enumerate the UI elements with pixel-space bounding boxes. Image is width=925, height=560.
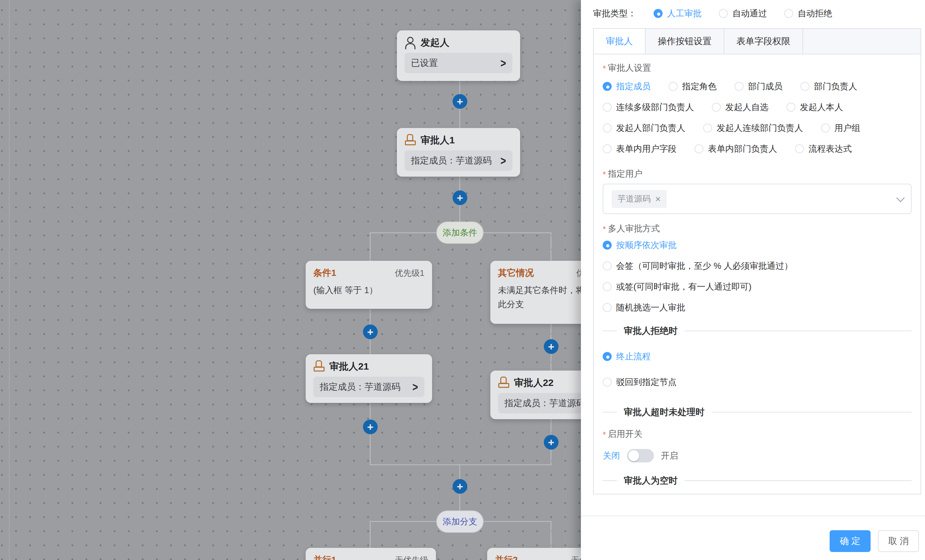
- radio-circle-icon: [735, 82, 744, 91]
- settings-tab[interactable]: 表单字段权限: [724, 29, 803, 54]
- radio-label: 表单内用户字段: [616, 143, 676, 155]
- radio-label: 人工审批: [667, 8, 702, 19]
- radio-circle-icon: [669, 82, 678, 91]
- connector-line: [370, 521, 371, 548]
- node-title: 条件1: [313, 267, 336, 279]
- stamp-icon: [498, 376, 509, 389]
- approver-setting-radio[interactable]: 表单内用户字段: [603, 143, 676, 155]
- radio-label: 表单内部门负责人: [708, 143, 777, 155]
- node-parallel1[interactable]: 并行1 无优先级: [306, 548, 436, 560]
- cancel-button[interactable]: 取 消: [878, 530, 919, 552]
- settings-tab[interactable]: 审批人: [594, 29, 646, 54]
- radio-circle-icon: [695, 145, 704, 153]
- radio-circle-icon: [703, 123, 712, 132]
- settings-tab[interactable]: 操作按钮设置: [646, 29, 724, 54]
- approver-setting-radio[interactable]: 指定角色: [669, 81, 717, 92]
- canvas-edge-line: [9, 0, 10, 560]
- radio-circle-icon: [784, 9, 793, 18]
- add-node-button[interactable]: +: [544, 339, 559, 354]
- radio-circle-icon: [603, 145, 612, 153]
- tag-label: 芋道源码: [618, 193, 651, 205]
- radio-label: 用户组: [835, 122, 860, 134]
- timeout-toggle[interactable]: [627, 449, 654, 462]
- approver-setting-radio[interactable]: 发起人自选: [712, 101, 768, 113]
- confirm-button[interactable]: 确 定: [830, 530, 871, 552]
- priority-label: 无优先级: [395, 555, 428, 560]
- add-node-button[interactable]: +: [363, 420, 378, 434]
- enable-switch-label: * 启用开关: [603, 428, 911, 440]
- node-summary[interactable]: 指定成员：芋道源码 >: [313, 376, 425, 397]
- node-title: 发起人: [420, 36, 449, 49]
- reject-option-radio[interactable]: 驳回到指定节点: [603, 376, 911, 388]
- drawer-footer: 确 定 取 消: [581, 515, 925, 552]
- multi-approve-radio[interactable]: 会签（可同时审批，至少 % 人必须审批通过）: [603, 260, 911, 272]
- radio-label: 发起人部门负责人: [616, 122, 685, 134]
- node-approver1[interactable]: 审批人1 指定成员：芋道源码 >: [397, 128, 520, 177]
- node-title: 审批人1: [420, 134, 455, 147]
- approval-type-label: 审批类型：: [593, 8, 636, 19]
- reject-option-radio[interactable]: 终止流程: [603, 351, 911, 362]
- approver-setting-radio[interactable]: 发起人本人: [786, 101, 843, 113]
- add-node-button[interactable]: +: [453, 190, 467, 205]
- node-summary[interactable]: 指定成员：芋道源码 >: [405, 151, 512, 171]
- connector-line: [550, 232, 551, 261]
- radio-label: 部门负责人: [814, 81, 857, 92]
- approver-setting-label: * 审批人设置: [603, 62, 911, 74]
- empty-approver-divider: 审批人为空时: [603, 475, 911, 486]
- radio-label: 驳回到指定节点: [616, 376, 676, 388]
- radio-label: 会签（可同时审批，至少 % 人必须审批通过）: [616, 260, 793, 272]
- radio-circle-icon: [786, 103, 795, 112]
- approver-setting-radio[interactable]: 部门负责人: [800, 81, 857, 92]
- node-title: 其它情况: [498, 267, 534, 279]
- approver-setting-radio[interactable]: 连续多级部门负责人: [603, 101, 694, 113]
- node-approver21[interactable]: 审批人21 指定成员：芋道源码 >: [306, 354, 432, 403]
- multi-approve-radio[interactable]: 随机挑选一人审批: [603, 302, 911, 313]
- remove-tag-icon[interactable]: ×: [655, 194, 661, 204]
- multi-approve-radio-group: 按顺序依次审批 会签（可同时审批，至少 % 人必须审批通过） 或签(可同时审批，…: [603, 239, 911, 313]
- required-asterisk: *: [603, 223, 606, 235]
- reject-section-title: 审批人拒绝时: [624, 325, 678, 337]
- node-summary-text: 指定成员：芋道源码: [411, 155, 492, 167]
- branch-merge-line: [370, 464, 551, 465]
- approver-setting-radio[interactable]: 流程表达式: [795, 143, 852, 155]
- multi-approve-label: * 多人审批方式: [603, 223, 911, 234]
- node-summary[interactable]: 已设置 >: [405, 53, 512, 73]
- radio-circle-icon: [603, 282, 612, 291]
- approval-type-radio[interactable]: 自动通过: [719, 8, 767, 19]
- node-condition1[interactable]: 条件1 优先级1 (输入框 等于 1）: [306, 261, 432, 309]
- approver-setting-radio[interactable]: 表单内部门负责人: [695, 143, 777, 155]
- approver-setting-radio[interactable]: 部门成员: [735, 81, 783, 92]
- stamp-icon: [405, 134, 416, 146]
- reject-section-divider: 审批人拒绝时: [603, 325, 911, 337]
- stamp-icon: [313, 360, 325, 373]
- approver-setting-radio[interactable]: 发起人部门负责人: [603, 122, 685, 134]
- add-node-button[interactable]: +: [363, 325, 378, 339]
- add-node-button[interactable]: +: [453, 94, 467, 109]
- approval-type-radio[interactable]: 人工审批: [654, 8, 702, 19]
- approver-setting-radio[interactable]: 指定成员: [603, 81, 651, 92]
- node-title: 审批人22: [514, 376, 553, 390]
- multi-approve-radio[interactable]: 或签(可同时审批，有一人通过即可): [603, 281, 911, 292]
- multi-approve-radio[interactable]: 按顺序依次审批: [603, 239, 911, 251]
- approver-setting-radio-group: 指定成员 指定角色 部门成员 部门负责人 连续多级部门负责人 发起人自选: [603, 81, 911, 155]
- radio-label: 发起人本人: [800, 101, 843, 113]
- add-condition-button[interactable]: 添加条件: [436, 221, 484, 244]
- approver-settings-drawer: 审批类型： 人工审批 自动通过 自动拒绝 审批人 操作按钮设置 表单字段权限: [581, 0, 925, 560]
- add-condition-label: 添加条件: [443, 227, 477, 238]
- approver-tab-content: * 审批人设置 指定成员 指定角色 部门成员 部门负责人 连续: [593, 54, 921, 494]
- assign-user-select[interactable]: 芋道源码 ×: [603, 184, 911, 214]
- required-asterisk: *: [603, 168, 606, 181]
- node-start[interactable]: 发起人 已设置 >: [397, 30, 520, 81]
- radio-label: 部门成员: [748, 81, 783, 92]
- add-branch-button[interactable]: 添加分支: [436, 510, 484, 533]
- approval-type-radio[interactable]: 自动拒绝: [784, 8, 832, 19]
- add-node-button[interactable]: +: [453, 479, 467, 494]
- approver-setting-radio[interactable]: 发起人连续部门负责人: [703, 122, 803, 134]
- chevron-down-icon: [896, 194, 905, 202]
- radio-circle-icon: [795, 145, 804, 153]
- plus-icon: +: [457, 96, 463, 107]
- add-node-button[interactable]: +: [544, 435, 559, 450]
- approver-setting-radio[interactable]: 用户组: [821, 122, 860, 134]
- connector-line: [550, 521, 551, 548]
- reject-radio-group: 终止流程 驳回到指定节点: [603, 351, 911, 388]
